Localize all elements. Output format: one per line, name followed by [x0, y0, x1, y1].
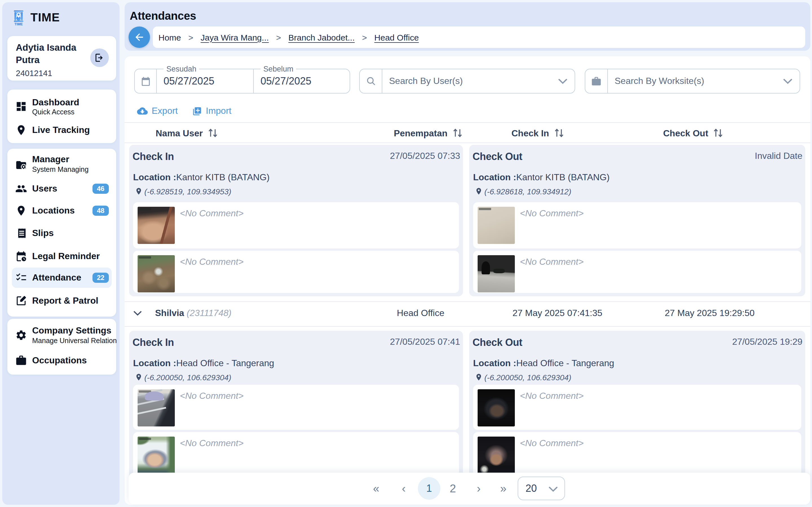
svg-text:TIME: TIME [14, 22, 22, 26]
